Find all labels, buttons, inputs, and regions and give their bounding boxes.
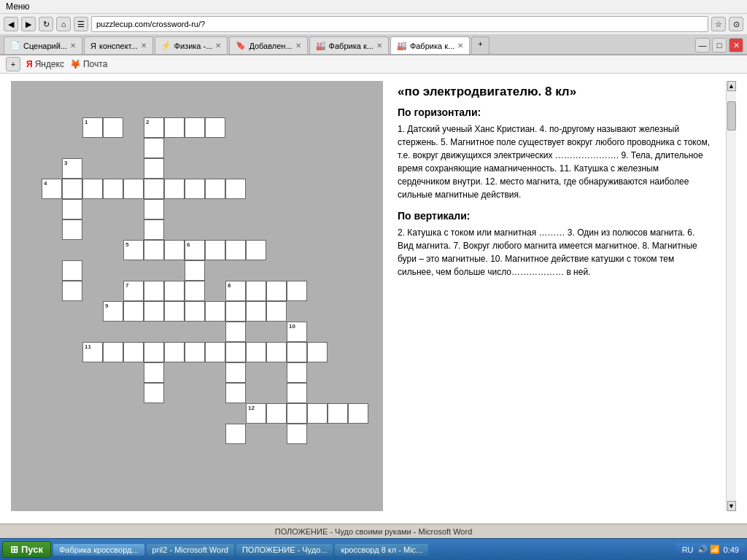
extensions-button[interactable]: ☰ xyxy=(74,17,88,31)
cell-5-0[interactable]: 5 xyxy=(123,240,144,260)
cell-9-8[interactable] xyxy=(266,301,287,322)
cell-b11-2[interactable] xyxy=(225,362,246,383)
cell-4-2[interactable] xyxy=(82,179,103,199)
cell-4-5[interactable] xyxy=(144,179,164,199)
cell-8-2[interactable] xyxy=(266,281,287,301)
cell-9-1[interactable] xyxy=(123,301,144,322)
tab-6[interactable]: 🏭 Фабрика к... ✕ xyxy=(390,36,470,54)
bookmark-yandex[interactable]: Я Яндекс xyxy=(26,59,64,69)
tab-3[interactable]: ⚡ Физика -... ✕ xyxy=(155,36,228,54)
cell-12-5[interactable] xyxy=(348,403,368,424)
cell-5-1[interactable] xyxy=(144,240,164,260)
cell-11-9[interactable] xyxy=(266,342,287,362)
cell-3-v1[interactable] xyxy=(144,158,164,179)
scroll-thumb[interactable] xyxy=(727,101,736,131)
cell-11-1[interactable] xyxy=(103,342,123,362)
cell-11-2[interactable] xyxy=(123,342,144,362)
bookmark-star[interactable]: ☆ xyxy=(711,17,726,31)
cell-bb11-3[interactable] xyxy=(287,383,307,403)
tab-2-close[interactable]: ✕ xyxy=(141,42,147,50)
cell-4-6[interactable] xyxy=(164,179,185,199)
start-button[interactable]: ⊞ Пуск xyxy=(2,541,51,558)
menu-label[interactable]: Меню xyxy=(6,1,29,12)
cell-v2-3[interactable] xyxy=(144,219,164,240)
cell-2-1[interactable] xyxy=(144,138,164,158)
cell-8-1[interactable] xyxy=(246,281,266,301)
cell-bb11-2[interactable] xyxy=(225,383,246,403)
cell-1-5[interactable] xyxy=(185,117,205,138)
cell-v3-2[interactable] xyxy=(62,219,82,240)
cell-v3-4[interactable] xyxy=(62,281,82,301)
cell-9-3[interactable] xyxy=(164,301,185,322)
cell-v10-1[interactable] xyxy=(287,424,307,444)
cell-v3-1[interactable] xyxy=(62,199,82,219)
cell-7-2[interactable] xyxy=(164,281,185,301)
cell-1-4[interactable] xyxy=(164,117,185,138)
scroll-down-button[interactable]: ▼ xyxy=(727,501,736,511)
cell-12-0[interactable]: 12 xyxy=(246,403,266,424)
taskbar-item-4[interactable]: кроссворд 8 кл - Mic... xyxy=(335,544,428,556)
tab-2[interactable]: Я конспект... ✕ xyxy=(84,36,153,54)
tab-4[interactable]: 🔖 Добавлен... ✕ xyxy=(229,36,307,54)
cell-9-4[interactable] xyxy=(185,301,205,322)
maximize-button[interactable]: □ xyxy=(712,38,727,52)
minimize-button[interactable]: — xyxy=(695,38,710,52)
cell-bb11-1[interactable] xyxy=(144,383,164,403)
add-bookmark-button[interactable]: + xyxy=(6,57,20,71)
cell-7-1[interactable] xyxy=(144,281,164,301)
cell-5-4[interactable] xyxy=(205,240,225,260)
cell-9-7[interactable] xyxy=(246,301,266,322)
address-bar[interactable] xyxy=(91,16,708,32)
tab-5[interactable]: 🏭 Фабрика к... ✕ xyxy=(309,36,389,54)
bookmark-mail[interactable]: 🦊 Почта xyxy=(70,59,107,69)
cell-b11-3[interactable] xyxy=(287,362,307,383)
cell-11-7[interactable] xyxy=(225,342,246,362)
cell-7-0[interactable]: 7 xyxy=(123,281,144,301)
forward-button[interactable]: ▶ xyxy=(21,17,36,31)
cell-1-2[interactable] xyxy=(103,117,123,138)
tab-3-close[interactable]: ✕ xyxy=(215,42,221,50)
cell-9-5[interactable] xyxy=(205,301,225,322)
cell-9-0[interactable]: 9 xyxy=(103,301,123,322)
cell-5-6[interactable] xyxy=(246,240,266,260)
tab-5-close[interactable]: ✕ xyxy=(376,42,382,50)
new-tab-button[interactable]: + xyxy=(471,36,489,54)
cell-4-4[interactable] xyxy=(123,179,144,199)
cell-11-4[interactable] xyxy=(164,342,185,362)
cell-12-2[interactable] xyxy=(287,403,307,424)
cell-9-2[interactable] xyxy=(144,301,164,322)
cell-11-6[interactable] xyxy=(205,342,225,362)
cell-1-3[interactable]: 2 xyxy=(144,117,164,138)
cell-b11-1[interactable] xyxy=(144,362,164,383)
scrollbar[interactable]: ▲ ▼ xyxy=(726,81,736,511)
cell-v2-2[interactable] xyxy=(144,199,164,219)
cell-v8-1[interactable] xyxy=(225,322,246,342)
cell-11-8[interactable] xyxy=(246,342,266,362)
cell-12-1[interactable] xyxy=(266,403,287,424)
cell-11-0[interactable]: 11 xyxy=(82,342,103,362)
cell-4-1[interactable] xyxy=(62,179,82,199)
cell-1-6[interactable] xyxy=(205,117,225,138)
reload-button[interactable]: ↻ xyxy=(39,17,53,31)
cell-4-0[interactable]: 4 xyxy=(42,179,62,199)
settings-button[interactable]: ⊙ xyxy=(729,17,743,31)
cell-v6-2[interactable] xyxy=(185,281,205,301)
scroll-up-button[interactable]: ▲ xyxy=(727,81,736,91)
cell-4-7[interactable] xyxy=(185,179,205,199)
close-button[interactable]: ✕ xyxy=(729,38,743,52)
cell-11-10[interactable] xyxy=(287,342,307,362)
cell-v3-3[interactable] xyxy=(62,260,82,281)
cell-3-0[interactable]: 3 xyxy=(62,158,82,179)
tab-1[interactable]: 📄 Сценарий... ✕ xyxy=(4,36,82,54)
cell-10-0[interactable]: 10 xyxy=(287,322,307,342)
tab-1-close[interactable]: ✕ xyxy=(70,42,76,50)
tab-6-close[interactable]: ✕ xyxy=(457,42,463,50)
cell-bbb1[interactable] xyxy=(225,424,246,444)
cell-11-3[interactable] xyxy=(144,342,164,362)
cell-v6-1[interactable] xyxy=(185,260,205,281)
tab-4-close[interactable]: ✕ xyxy=(295,42,301,50)
back-button[interactable]: ◀ xyxy=(4,17,18,31)
cell-5-5[interactable] xyxy=(225,240,246,260)
cell-12-4[interactable] xyxy=(328,403,348,424)
cell-4-3[interactable] xyxy=(103,179,123,199)
